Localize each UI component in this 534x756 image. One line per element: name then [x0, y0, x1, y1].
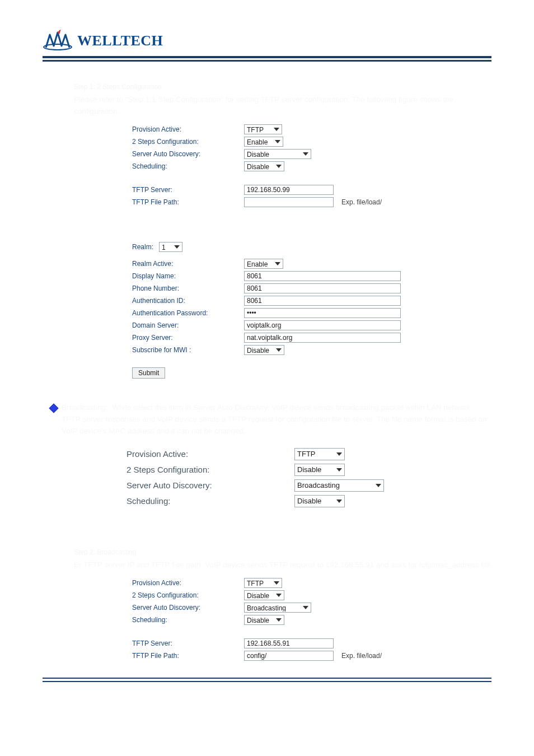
step1-heading: Step 1: 2 Steps Configuration: [74, 83, 534, 91]
inputC-tftp-path[interactable]: [244, 651, 334, 661]
inputC-tftp-server[interactable]: [244, 638, 334, 648]
labelB-two-steps: 2 Steps Configuration:: [127, 465, 294, 474]
label-scheduling: Scheduling:: [132, 162, 244, 170]
realm-panel: Realm Active: Enable Display Name: Phone…: [132, 258, 490, 379]
brand-wordmark: WELLTECH: [77, 32, 163, 49]
selectC-auto-discovery[interactable]: Broadcasting: [244, 603, 311, 613]
input-proxy-server[interactable]: [244, 333, 401, 343]
label-realm: Realm:: [132, 243, 153, 251]
label-proxy-server: Proxy Server:: [132, 334, 244, 342]
labelC-scheduling: Scheduling:: [132, 616, 244, 624]
brand-logo: WELLTECH: [43, 29, 534, 53]
select-realm-active[interactable]: Enable: [244, 259, 283, 269]
label-auth-pw: Authentication Password:: [132, 309, 244, 317]
step2-body: Er TFTP server IP and TFTP File path. Vo…: [74, 559, 499, 571]
labelC-tftp-server: TFTP Server:: [132, 640, 244, 647]
label-provision-active: Provision Active:: [132, 125, 244, 133]
hint-tftp-path: Exp. file/load/: [341, 198, 382, 206]
logo-mark-icon: [43, 29, 73, 53]
labelC-provision-active: Provision Active:: [132, 579, 244, 587]
labelB-provision-active: Provision Active:: [127, 449, 294, 459]
label-auto-discovery: Server Auto Discovery:: [132, 150, 244, 158]
labelC-tftp-path: TFTP File Path:: [132, 652, 244, 660]
input-display-name[interactable]: [244, 271, 401, 281]
label-display-name: Display Name:: [132, 272, 244, 280]
submit-button[interactable]: Submit: [132, 367, 165, 379]
label-domain-server: Domain Server:: [132, 321, 244, 329]
label-tftp-server: TFTP Server:: [132, 186, 244, 194]
config-panel-bottom: Provision Active: TFTP 2 Steps Configura…: [132, 577, 490, 662]
label-tftp-path: TFTP File Path:: [132, 198, 244, 206]
step1-body: Please refer to "Step 1:1 Step Configura…: [74, 94, 499, 118]
select-auto-discovery[interactable]: Disable: [244, 149, 311, 159]
selectC-scheduling[interactable]: Disable: [244, 615, 284, 625]
label-phone-number: Phone Number:: [132, 284, 244, 292]
select-provision-active[interactable]: TFTP: [244, 124, 282, 134]
broadcasting-paragraph: Broadcasting: While select this item in …: [62, 402, 487, 437]
selectB-two-steps[interactable]: Disable: [294, 464, 345, 476]
header-divider: [43, 56, 491, 62]
select-realm[interactable]: 1: [159, 242, 182, 252]
select-two-steps[interactable]: Enable: [244, 137, 283, 147]
config-panel-broadcasting: Provision Active: TFTP 2 Steps Configura…: [127, 446, 507, 509]
selectB-provision-active[interactable]: TFTP: [294, 448, 345, 460]
label-realm-active: Realm Active:: [132, 260, 244, 268]
input-phone-number[interactable]: [244, 283, 401, 293]
input-tftp-path[interactable]: [244, 197, 334, 207]
selectC-two-steps[interactable]: Disable: [244, 590, 284, 600]
select-scheduling[interactable]: Disable: [244, 161, 284, 171]
label-auth-id: Authentication ID:: [132, 297, 244, 305]
input-domain-server[interactable]: [244, 320, 401, 330]
select-subscribe-mwi[interactable]: Disable: [244, 345, 284, 355]
input-tftp-server[interactable]: [244, 185, 334, 195]
selectC-provision-active[interactable]: TFTP: [244, 578, 282, 588]
label-subscribe-mwi: Subscribe for MWI :: [132, 346, 244, 354]
input-auth-id[interactable]: [244, 296, 401, 306]
labelC-two-steps: 2 Steps Configuration:: [132, 591, 244, 599]
labelB-auto-discovery: Server Auto Discovery:: [127, 480, 294, 490]
selectB-scheduling[interactable]: Disable: [294, 495, 345, 507]
footer-divider: [43, 678, 491, 682]
bullet-icon: [49, 403, 59, 413]
label-two-steps: 2 Steps Configuration:: [132, 138, 244, 146]
config-panel-top: Provision Active: TFTP 2 Steps Configura…: [132, 123, 490, 208]
labelB-scheduling: Scheduling:: [127, 496, 294, 506]
hintC-tftp-path: Exp. file/load/: [341, 652, 382, 660]
step2-heading: Step 2: Broadcasting: [74, 548, 534, 556]
svg-point-0: [44, 44, 72, 50]
input-auth-pw[interactable]: [244, 308, 401, 318]
selectB-auto-discovery[interactable]: Broadcasting: [294, 479, 384, 492]
labelC-auto-discovery: Server Auto Discovery:: [132, 604, 244, 612]
